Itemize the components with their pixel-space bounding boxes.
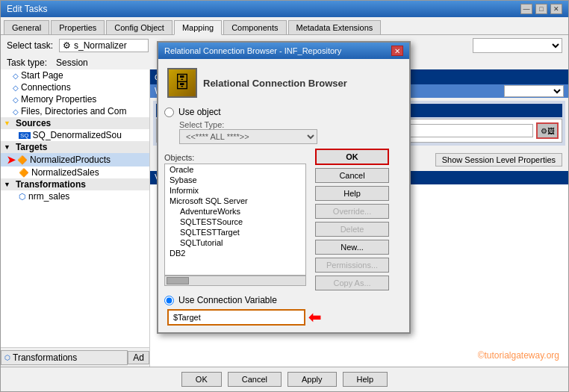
diamond-icon-4: ◇ (13, 108, 19, 116)
watermark: ©tutorialgateway.org (472, 347, 565, 364)
list-item[interactable]: SQLTESTTarget (165, 227, 305, 237)
tree-item-sources-folder[interactable]: ▼ Sources (1, 117, 149, 129)
minimize-button[interactable]: — (520, 4, 532, 14)
transform-icon: ⬡ (4, 354, 10, 361)
objects-list[interactable]: Oracle Sybase Informix Microsoft SQL Ser… (164, 164, 306, 276)
tree-label-targets: Targets (16, 142, 47, 152)
add-button[interactable]: Ad (128, 351, 149, 364)
tree-label-files-dirs: Files, Directories and Com (21, 106, 126, 116)
select-type-dropdown[interactable]: <<**** ALL ****>> (179, 129, 317, 144)
modal-copy-as-button[interactable]: Copy As... (315, 276, 389, 290)
task-dropdown[interactable] (473, 38, 562, 53)
list-item[interactable]: AdventureWorks (165, 206, 305, 217)
modal-permissions-button[interactable]: Permissions... (315, 258, 389, 273)
select-task-label: Select task: (7, 40, 53, 51)
diamond-icon: ◇ (13, 72, 19, 80)
tree-label-normalized-sales: NormalizedSales (31, 167, 99, 178)
task-value-box: ⚙ s_Normalizer (59, 39, 149, 52)
red-arrow-icon: ➤ (7, 154, 16, 166)
show-session-button[interactable]: Show Session Level Properties (435, 153, 562, 167)
use-object-label[interactable]: Use object (178, 107, 221, 117)
tree-label-connections: Connections (21, 82, 71, 93)
tree-item-targets-folder[interactable]: ▼ Targets (1, 141, 149, 153)
list-item[interactable]: SQLTESTSource (165, 217, 305, 227)
list-item[interactable]: Informix (165, 185, 305, 196)
writers-dropdown[interactable] (504, 85, 564, 97)
use-conn-var-label[interactable]: Use Connection Variable (178, 295, 277, 305)
bottom-bar: OK Cancel Apply Help (1, 367, 568, 391)
db-icon: 🗄 (167, 68, 197, 98)
tree-item-start-page[interactable]: ◇ Start Page (1, 69, 149, 81)
transformations-label: Transformations (13, 352, 77, 363)
tree-label-sources: Sources (16, 118, 51, 128)
modal-delete-button[interactable]: Delete (315, 222, 389, 237)
tree-item-normalized-products[interactable]: ➤ 🔶 NormalizedProducts (1, 153, 149, 167)
tab-general[interactable]: General (4, 20, 49, 34)
diamond-icon-3: ◇ (13, 96, 19, 104)
list-item[interactable]: Sybase (165, 175, 305, 185)
conn-icon-2: 🖼 (547, 127, 555, 135)
modal-ok-button[interactable]: OK (315, 149, 389, 165)
tree-label-transformations: Transformations (16, 179, 86, 190)
red-arrow-indicator: ⬅ (308, 308, 321, 326)
tree-item-connections[interactable]: ◇ Connections (1, 81, 149, 93)
task-type-label: Task type: (7, 57, 47, 68)
window-title: Edit Tasks (7, 4, 47, 14)
modal-new-button[interactable]: New... (315, 240, 389, 255)
sq-icon: SQ (19, 132, 31, 139)
use-object-radio-row: Use object (164, 107, 403, 117)
use-conn-var-radio[interactable] (164, 296, 174, 305)
sources-expand-icon: ▼ (4, 119, 10, 127)
nrm-icon: ⬡ (19, 192, 26, 202)
list-item[interactable]: SQLTutorial (165, 237, 305, 248)
use-conn-var-row: Use Connection Variable (164, 295, 403, 305)
conn-icon-1: ⚙ (541, 127, 547, 135)
list-item[interactable]: DB2 (165, 248, 305, 258)
modal-cancel-button[interactable]: Cancel (315, 168, 389, 183)
tree-bottom: ⬡ Transformations Ad (1, 347, 149, 367)
tree-label-normalized-products: NormalizedProducts (30, 155, 111, 165)
tab-properties[interactable]: Properties (51, 20, 105, 34)
tree-item-memory-properties[interactable]: ◇ Memory Properties (1, 93, 149, 105)
modal-close-button[interactable]: ✕ (391, 46, 403, 56)
modal-help-button[interactable]: Help (315, 186, 389, 201)
target-icon-products: 🔶 (17, 155, 28, 165)
task-value: s_Normalizer (74, 40, 127, 51)
list-item[interactable]: Oracle (165, 164, 305, 175)
add-label: Ad (133, 352, 144, 363)
tab-bar: General Properties Config Object Mapping… (1, 17, 568, 35)
tree-item-files-dirs[interactable]: ◇ Files, Directories and Com (1, 105, 149, 117)
objects-column: Objects: Oracle Sybase Informix Microsof… (164, 149, 306, 290)
tree-panel: ◇ Start Page ◇ Connections ◇ Memory Prop… (1, 69, 150, 367)
transformations-button[interactable]: ⬡ Transformations (1, 350, 128, 365)
cancel-button[interactable]: Cancel (228, 372, 282, 387)
maximize-button[interactable]: □ (535, 4, 547, 14)
tab-mapping[interactable]: Mapping (174, 20, 222, 35)
horizontal-scrollbar[interactable] (164, 276, 306, 286)
close-button[interactable]: ✕ (550, 4, 562, 14)
tree-item-sq-denorm[interactable]: SQ SQ_DenormalizedSou (1, 129, 149, 141)
use-object-radio[interactable] (164, 108, 174, 117)
watermark-text: ©tutorialgateway.org (478, 350, 559, 361)
tab-config-object[interactable]: Config Object (106, 20, 172, 34)
conn-var-input[interactable] (167, 309, 305, 326)
tree-label-memory-properties: Memory Properties (21, 94, 96, 105)
tree-label-sq-denorm: SQ_DenormalizedSou (33, 130, 122, 140)
transformations-expand-icon: ▼ (4, 181, 10, 188)
tree-item-transformations-folder[interactable]: ▼ Transformations (1, 178, 149, 190)
task-type-value: Session (56, 57, 88, 68)
apply-button[interactable]: Apply (287, 372, 337, 387)
title-bar: Edit Tasks — □ ✕ (1, 1, 568, 17)
modal-override-button[interactable]: Override... (315, 204, 389, 219)
list-item[interactable]: Microsoft SQL Server (165, 196, 305, 206)
tree-item-nrm-sales[interactable]: ⬡ nrm_sales (1, 190, 149, 202)
conn-icon-box[interactable]: ⚙ 🖼 (536, 122, 559, 139)
conn-var-input-row: ⬅ (167, 308, 403, 326)
help-button[interactable]: Help (343, 372, 388, 387)
select-type-label: Select Type: (179, 120, 403, 129)
ok-button[interactable]: OK (181, 372, 222, 387)
tab-components[interactable]: Components (223, 20, 286, 34)
modal-header-row: 🗄 Relational Connection Browser (164, 65, 403, 101)
tab-metadata-extensions[interactable]: Metadata Extensions (288, 20, 382, 34)
tree-item-normalized-sales[interactable]: 🔶 NormalizedSales (1, 167, 149, 178)
